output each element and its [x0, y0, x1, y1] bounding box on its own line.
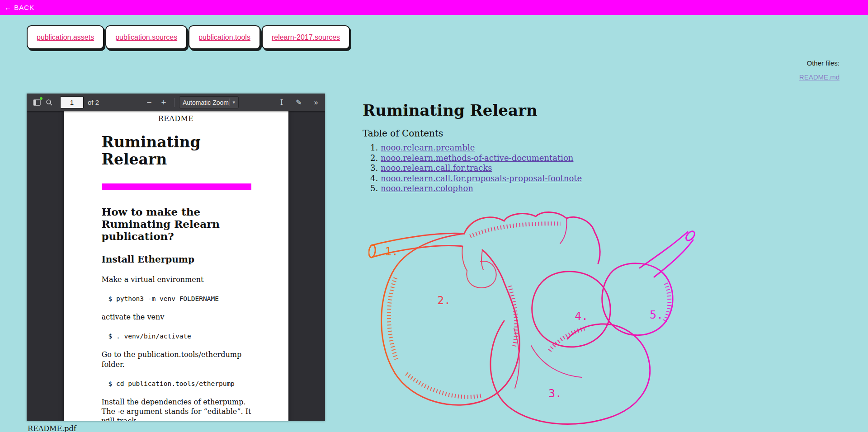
chevron-down-icon: ▾ — [229, 99, 235, 106]
pdf-subsection-heading: Install Etherpump — [102, 254, 252, 265]
table-of-contents: nooo.relearn.preamble nooo.relearn.metho… — [363, 143, 582, 194]
pdf-paragraph: Install the dependencies of etherpump. T… — [102, 397, 252, 421]
stomach-diagram-svg: 1. 2. 3. 4. 5. — [368, 210, 696, 432]
pdf-paragraph: Make a virtual environment — [102, 275, 252, 284]
sidebar-toggle-button[interactable] — [30, 96, 43, 109]
toolbar-right-group: I ✎ » — [275, 94, 322, 111]
page-title: Ruminating Relearn — [363, 101, 538, 119]
zoom-in-button[interactable]: + — [158, 96, 170, 109]
tab-publication-sources[interactable]: publication.sources — [105, 25, 187, 49]
back-link[interactable]: ← BACK — [5, 4, 34, 11]
zoom-select-value: Automatic Zoom — [183, 99, 229, 106]
page-number-input[interactable] — [60, 96, 84, 108]
figure-label-2: 2. — [437, 294, 451, 307]
toolbar-separator — [174, 98, 175, 107]
tab-relearn-2017-sources[interactable]: relearn-2017.sources — [262, 25, 350, 49]
pdf-code-line: $ cd publication.tools/etherpump — [102, 380, 252, 387]
tab-publication-tools-link[interactable]: publication.tools — [198, 33, 250, 42]
annotate-pen-button[interactable]: ✎ — [292, 96, 305, 109]
pdf-viewer: of 2 − + Automatic Zoom ▾ I ✎ » README — [27, 94, 325, 421]
figure-label-1: 1. — [385, 245, 398, 258]
tab-publication-tools[interactable]: publication.tools — [189, 25, 260, 49]
toc-link-call-for-proposals[interactable]: nooo.relearn.call.for.proposals-proposal… — [381, 174, 582, 183]
pdf-paragraph: Go to the publication.tools/etherdump fo… — [102, 350, 252, 369]
sidebar-icon — [33, 99, 41, 106]
page-count-label: of 2 — [88, 99, 99, 106]
pdf-code-line: $ python3 -m venv FOLDERNAME — [102, 295, 252, 302]
tab-publication-assets-link[interactable]: publication.assets — [37, 33, 94, 42]
figure-label-3: 3. — [548, 387, 562, 400]
tab-publication-sources-link[interactable]: publication.sources — [115, 33, 177, 42]
pen-icon: ✎ — [296, 98, 302, 107]
toc-item: nooo.relearn.preamble — [381, 143, 582, 153]
toc-link-preamble[interactable]: nooo.relearn.preamble — [381, 143, 475, 152]
other-files-panel: Other files: README.md — [799, 59, 840, 81]
pdf-running-head: README — [100, 114, 252, 123]
tab-bar: publication.assets publication.sources p… — [27, 25, 351, 49]
rumen-illustration: 1. 2. 3. 4. 5. — [368, 210, 696, 432]
notification-dot-icon — [40, 97, 42, 100]
pdf-page: README Ruminating Relearn How to make th… — [64, 111, 288, 421]
text-selection-tool-button[interactable]: I — [275, 96, 288, 109]
zoom-controls: − + Automatic Zoom ▾ — [143, 94, 239, 111]
pdf-code-line: $ . venv/bin/activate — [102, 333, 252, 340]
toc-item: nooo.relearn.call.for.proposals-proposal… — [381, 174, 582, 184]
accent-bar — [102, 183, 251, 190]
zoom-select[interactable]: Automatic Zoom ▾ — [179, 96, 239, 108]
double-chevron-icon: » — [314, 99, 318, 107]
figure-label-5: 5. — [650, 308, 663, 321]
toc-item: nooo.relearn.methods-of-active-documenta… — [381, 153, 582, 164]
readme-md-link[interactable]: README.md — [799, 73, 840, 81]
pdf-paragraph: activate the venv — [102, 312, 252, 322]
toc-link-colophon[interactable]: nooo.relearn.colophon — [381, 183, 473, 193]
figure-label-4: 4. — [575, 310, 588, 323]
tab-relearn-2017-sources-link[interactable]: relearn-2017.sources — [272, 33, 340, 42]
search-button[interactable] — [43, 96, 56, 109]
tab-publication-assets[interactable]: publication.assets — [27, 25, 104, 49]
top-bar: ← BACK — [0, 0, 868, 15]
text-cursor-icon: I — [280, 98, 283, 107]
search-icon — [46, 99, 53, 106]
pdf-doc-title: Ruminating Relearn — [102, 134, 233, 168]
toc-heading: Table of Contents — [363, 128, 443, 139]
pdf-file-caption: README.pdf — [28, 424, 76, 432]
pdf-toolbar: of 2 − + Automatic Zoom ▾ I ✎ » — [27, 94, 325, 111]
toolbar-more-button[interactable]: » — [310, 96, 322, 109]
toc-link-call-for-tracks[interactable]: nooo.relearn.call.for.tracks — [381, 163, 492, 173]
toc-link-methods[interactable]: nooo.relearn.methods-of-active-documenta… — [381, 153, 573, 163]
pdf-section-heading: How to make the Ruminating Relearn publi… — [102, 206, 242, 242]
toc-item: nooo.relearn.colophon — [381, 183, 582, 194]
other-files-heading: Other files: — [799, 59, 840, 67]
zoom-out-button[interactable]: − — [143, 96, 155, 109]
toc-item: nooo.relearn.call.for.tracks — [381, 163, 582, 174]
pdf-scroll-area[interactable]: README Ruminating Relearn How to make th… — [27, 111, 325, 421]
